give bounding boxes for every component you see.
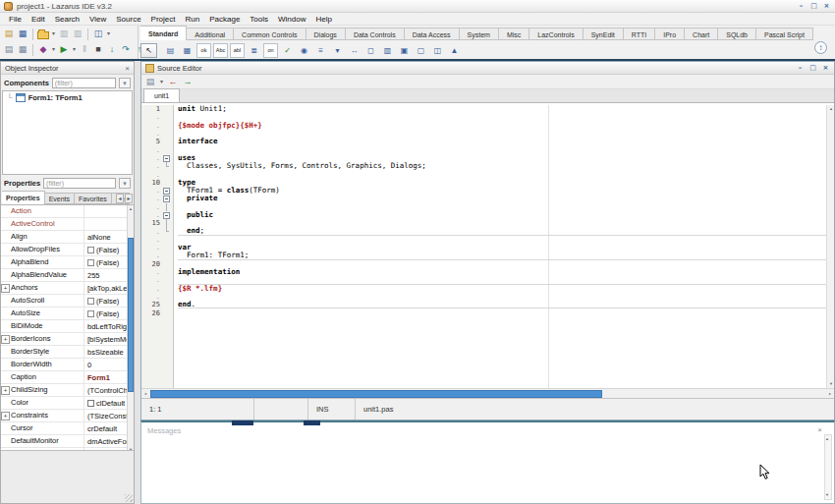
minimize-icon[interactable]: –	[797, 2, 806, 11]
menu-source[interactable]: Source	[111, 13, 145, 26]
view-forms-button[interactable]: ▦	[17, 43, 28, 56]
code-line[interactable]: var	[178, 244, 826, 252]
property-value[interactable]: alNone	[84, 233, 127, 242]
menu-view[interactable]: View	[84, 13, 111, 26]
property-row[interactable]: Anchors[akTop,akLeft]	[1, 282, 127, 295]
stop-button[interactable]: ■	[92, 43, 104, 56]
property-row[interactable]: BorderWidth0	[1, 359, 127, 371]
code-line[interactable]: public	[178, 211, 826, 219]
properties-filter-input[interactable]: (filter)	[43, 178, 116, 189]
tradiobutton-icon[interactable]: ◉	[297, 43, 311, 58]
code-line[interactable]: unit Unit1;	[178, 105, 826, 113]
property-row[interactable]: AlphaBlendValue255	[1, 269, 127, 282]
property-row[interactable]: BorderStylebsSizeable	[1, 346, 127, 359]
checkbox-icon[interactable]	[87, 298, 94, 305]
code-line[interactable]	[178, 236, 826, 244]
expand-icon[interactable]	[1, 284, 10, 293]
build-mode-caret[interactable]: ▾	[51, 43, 56, 56]
code-line[interactable]: interface	[178, 138, 826, 145]
menu-file[interactable]: File	[4, 13, 27, 26]
property-row[interactable]: AlphaBlend(False)	[1, 256, 127, 269]
object-inspector-titlebar[interactable]: Object Inspector ×	[1, 62, 134, 75]
property-value[interactable]: [biSystemMenu,b	[84, 335, 127, 344]
code-line[interactable]: TForm1 = class(TForm)	[178, 187, 826, 195]
property-row[interactable]: DefaultMonitordmActiveForm	[1, 435, 127, 448]
property-value[interactable]: bdLeftToRight	[84, 322, 127, 331]
code-line[interactable]	[178, 276, 826, 284]
scroll-right-icon[interactable]: ▸	[826, 390, 834, 398]
property-value[interactable]: [akTop,akLeft]	[84, 284, 127, 293]
editor-vertical-scrollbar[interactable]: ▲ ▼	[826, 105, 834, 388]
editor-list-caret[interactable]: ▾	[159, 76, 164, 87]
code-line[interactable]: Classes, SysUtils, Forms, Controls, Grap…	[178, 162, 826, 170]
property-value[interactable]: (False)	[84, 258, 127, 267]
palette-tab-ipro[interactable]: IPro	[655, 28, 685, 40]
property-row[interactable]: BorderIcons[biSystemMenu,b	[1, 333, 127, 346]
ttogglebox-icon[interactable]: on	[263, 43, 278, 58]
scroll-up-icon[interactable]: ▲	[827, 105, 834, 113]
palette-tab-sqldb[interactable]: SQLdb	[718, 28, 756, 40]
messages-scrollbar[interactable]: ▲ ▼	[824, 434, 832, 500]
save-button[interactable]: ▥	[58, 28, 70, 40]
palette-tab-standard[interactable]: Standard	[140, 26, 187, 40]
tlabel-icon[interactable]: Abc	[213, 43, 228, 58]
property-row[interactable]: AutoSize(False)	[1, 308, 127, 320]
minimize-icon[interactable]: –	[796, 64, 805, 73]
fold-icon[interactable]	[161, 154, 171, 162]
step-into-button[interactable]: ↓	[106, 43, 118, 56]
checkbox-icon[interactable]	[87, 259, 94, 266]
filter-icon[interactable]: ▼	[119, 78, 131, 88]
property-value[interactable]: (False)	[84, 246, 127, 254]
code-line[interactable]: implementation	[178, 268, 826, 276]
fold-icon[interactable]	[161, 187, 171, 195]
menu-search[interactable]: Search	[50, 13, 84, 26]
scroll-up-icon[interactable]: ▲	[823, 435, 831, 443]
jump-forward-button[interactable]: →	[182, 76, 194, 87]
step-over-button[interactable]: ↷	[120, 43, 132, 56]
tab-events[interactable]: Events	[45, 193, 75, 204]
code-line[interactable]: Form1: TForm1;	[178, 252, 826, 259]
code-line[interactable]: {$R *.lfm}	[178, 285, 826, 293]
tree-item-form1[interactable]: └ Form1: TForm1	[7, 93, 132, 102]
property-row[interactable]: CaptionForm1	[1, 371, 127, 384]
code-area[interactable]: unit Unit1;{$mode objfpc}{$H+}interfaceu…	[175, 105, 826, 388]
tab-unit1[interactable]: unit1	[143, 88, 180, 102]
source-editor-titlebar[interactable]: Source Editor – □ ×	[141, 62, 834, 75]
palette-tab-synedit[interactable]: SynEdit	[584, 28, 624, 40]
tlistbox-icon[interactable]: ≡	[313, 43, 328, 58]
tframe-icon[interactable]: ◫	[430, 43, 445, 58]
scroll-down-icon[interactable]: ▼	[827, 380, 834, 388]
maximize-icon[interactable]: □	[809, 2, 818, 11]
pause-button[interactable]: ‖	[79, 43, 90, 56]
toggle-form-unit-button[interactable]: ◫	[92, 28, 104, 40]
code-line[interactable]	[178, 260, 826, 268]
property-value[interactable]: (False)	[84, 297, 127, 306]
maximize-icon[interactable]: □	[808, 64, 817, 73]
property-row[interactable]: AlignalNone	[1, 231, 127, 244]
palette-tab-chart[interactable]: Chart	[685, 28, 718, 40]
tscrollbar-icon[interactable]: ↔	[347, 43, 362, 58]
tcheckgroup-icon[interactable]: ▣	[397, 43, 412, 58]
palette-tab-additional[interactable]: Additional	[187, 28, 234, 40]
property-value[interactable]: crDefault	[84, 424, 127, 433]
tmainmenu-icon[interactable]: ▤	[163, 43, 178, 58]
property-row[interactable]: CursorcrDefault	[1, 422, 127, 435]
resize-grip[interactable]	[125, 494, 133, 502]
tpopupmenu-icon[interactable]: ▦	[180, 43, 195, 58]
palette-tab-misc[interactable]: Misc	[499, 28, 529, 40]
code-line[interactable]	[178, 203, 826, 211]
code-line[interactable]	[178, 130, 826, 138]
tpanel-icon[interactable]: ▢	[414, 43, 428, 58]
code-line[interactable]: end.	[178, 301, 826, 308]
open-button[interactable]	[37, 31, 49, 39]
filter-icon[interactable]: ▼	[119, 178, 131, 189]
fold-icon[interactable]	[161, 211, 171, 219]
property-value[interactable]: (TControlChildSiz	[84, 386, 127, 395]
tcheckbox-icon[interactable]: ✓	[280, 43, 295, 58]
property-value[interactable]: (False)	[84, 309, 127, 318]
new-unit-button[interactable]: ▤	[3, 28, 15, 40]
property-value[interactable]: 255	[84, 271, 127, 280]
property-value[interactable]: clDefault	[84, 399, 127, 408]
expand-icon[interactable]	[1, 335, 10, 344]
tgroupbox-icon[interactable]: ◻	[363, 43, 378, 58]
